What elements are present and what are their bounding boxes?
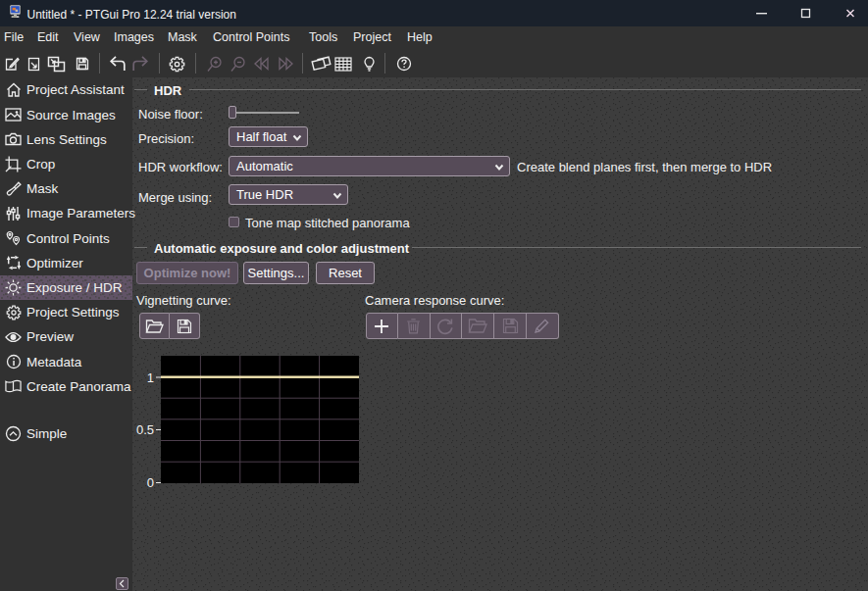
svg-text:1: 1 <box>147 370 154 385</box>
svg-text:0.5: 0.5 <box>136 422 154 437</box>
svg-text:0: 0 <box>147 475 154 490</box>
